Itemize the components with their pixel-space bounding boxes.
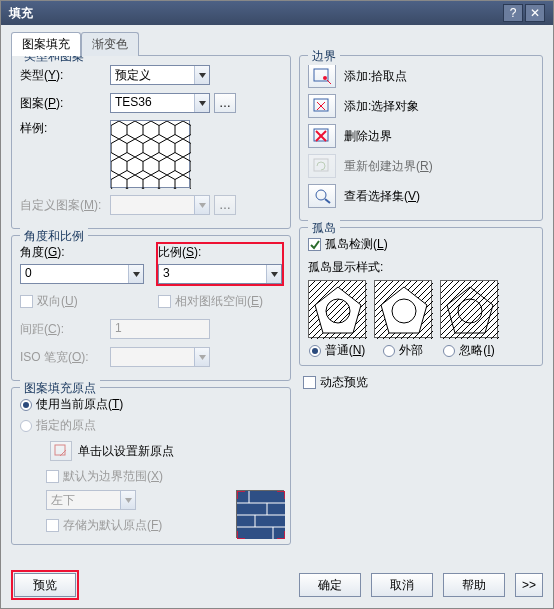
select-objects-icon [308, 94, 336, 118]
radio-island-normal[interactable]: 普通(N) [309, 342, 366, 359]
pick-origin-button [50, 441, 72, 461]
hatch-dialog: 填充 ? ✕ 图案填充 渐变色 类型和图案 类型(Y): 预定义 [0, 0, 554, 609]
chevron-down-icon [266, 265, 281, 283]
tab-strip: 图案填充 渐变色 [11, 31, 543, 55]
svg-point-25 [316, 190, 326, 200]
sample-label: 样例: [20, 120, 110, 137]
custom-pattern-combo [110, 195, 210, 215]
chevron-down-icon [194, 66, 209, 84]
tab-hatch[interactable]: 图案填充 [11, 32, 81, 56]
origin-title: 图案填充原点 [20, 380, 100, 397]
pattern-swatch[interactable] [110, 120, 190, 188]
custom-pattern-label: 自定义图案(M): [20, 197, 110, 214]
spacing-input: 1 [110, 319, 210, 339]
island-detection-checkbox[interactable]: 孤岛检测(L) [308, 236, 534, 253]
angle-combo[interactable]: 0 [20, 264, 144, 284]
type-pattern-group: 类型和图案 类型(Y): 预定义 图案(P): TES36 [11, 55, 291, 229]
chevron-down-icon [120, 491, 135, 509]
chevron-down-icon [194, 196, 209, 214]
svg-rect-1 [55, 445, 65, 455]
island-title: 孤岛 [308, 220, 340, 237]
svg-rect-0 [111, 121, 191, 189]
tab-gradient[interactable]: 渐变色 [81, 32, 139, 56]
recreate-boundary-icon [308, 154, 336, 178]
titlebar: 填充 ? ✕ [1, 1, 553, 25]
island-style-outer-preview[interactable] [374, 280, 432, 338]
origin-preview-swatch [236, 490, 284, 538]
radio-island-ignore[interactable]: 忽略(I) [443, 342, 494, 359]
iso-pen-combo [110, 347, 210, 367]
view-selection-row[interactable]: 查看选择集(V) [308, 184, 534, 208]
help-button[interactable]: 帮助 [443, 573, 505, 597]
svg-rect-33 [441, 281, 499, 339]
pattern-combo[interactable]: TES36 [110, 93, 210, 113]
type-combo[interactable]: 预定义 [110, 65, 210, 85]
boundary-group: 边界 添加:拾取点 添加:选择对象 删除边界 [299, 55, 543, 221]
close-title-button[interactable]: ✕ [525, 4, 545, 22]
type-label: 类型(Y): [20, 67, 110, 84]
svg-rect-20 [314, 99, 328, 111]
angle-scale-title: 角度和比例 [20, 228, 88, 245]
pattern-label: 图案(P): [20, 95, 110, 112]
expand-button[interactable]: >> [515, 573, 543, 597]
click-new-origin-label: 单击以设置新原点 [78, 443, 174, 460]
origin-position-combo: 左下 [46, 490, 136, 510]
chevron-down-icon [128, 265, 143, 283]
pick-point-icon [308, 64, 336, 88]
default-boundary-extent-checkbox: 默认为边界范围(X) [46, 468, 282, 485]
cancel-button[interactable]: 取消 [371, 573, 433, 597]
paper-space-checkbox: 相对图纸空间(E) [158, 293, 282, 310]
radio-specified-origin[interactable]: 指定的原点 [20, 417, 282, 434]
boundary-title: 边界 [308, 48, 340, 65]
angle-label: 角度(G): [20, 244, 144, 261]
add-select-objects-row[interactable]: 添加:选择对象 [308, 94, 534, 118]
radio-use-current-origin[interactable]: 使用当前原点(T) [20, 396, 282, 413]
ellipsis-icon: … [219, 198, 231, 212]
recreate-boundary-row: 重新创建边界(R) [308, 154, 534, 178]
svg-point-19 [323, 76, 327, 80]
ok-button[interactable]: 确定 [299, 573, 361, 597]
remove-boundary-row[interactable]: 删除边界 [308, 124, 534, 148]
title: 填充 [9, 5, 501, 22]
island-group: 孤岛 孤岛检测(L) 孤岛显示样式: 普通(N) 外部 [299, 227, 543, 366]
origin-group: 图案填充原点 使用当前原点(T) 指定的原点 单击以设置新原点 默认为边界范围(… [11, 387, 291, 545]
scale-combo[interactable]: 3 [158, 264, 282, 284]
iso-pen-label: ISO 笔宽(O): [20, 349, 110, 366]
view-selection-icon [308, 184, 336, 208]
button-bar: 预览 确定 取消 帮助 >> [11, 570, 543, 600]
help-title-button[interactable]: ? [503, 4, 523, 22]
spacing-label: 间距(C): [20, 321, 110, 338]
pattern-browse-button[interactable]: … [214, 93, 236, 113]
island-style-ignore-preview[interactable] [440, 280, 498, 338]
custom-browse-button: … [214, 195, 236, 215]
chevron-down-icon [194, 94, 209, 112]
ellipsis-icon: … [219, 96, 231, 110]
scale-label: 比例(S): [158, 244, 282, 261]
add-pick-point-row[interactable]: 添加:拾取点 [308, 64, 534, 88]
dynamic-preview-checkbox[interactable]: 动态预览 [303, 374, 543, 391]
svg-line-26 [325, 199, 330, 203]
double-checkbox: 双向(U) [20, 293, 144, 310]
island-style-label: 孤岛显示样式: [308, 259, 534, 276]
svg-point-29 [326, 299, 350, 323]
svg-point-32 [392, 299, 416, 323]
remove-boundary-icon [308, 124, 336, 148]
svg-rect-24 [314, 159, 328, 171]
angle-scale-group: 角度和比例 角度(G): 0 比例(S): 3 [11, 235, 291, 381]
radio-island-outer[interactable]: 外部 [383, 342, 423, 359]
preview-highlight: 预览 [11, 570, 79, 600]
chevron-down-icon [194, 348, 209, 366]
preview-button[interactable]: 预览 [14, 573, 76, 597]
island-style-normal-preview[interactable] [308, 280, 366, 338]
